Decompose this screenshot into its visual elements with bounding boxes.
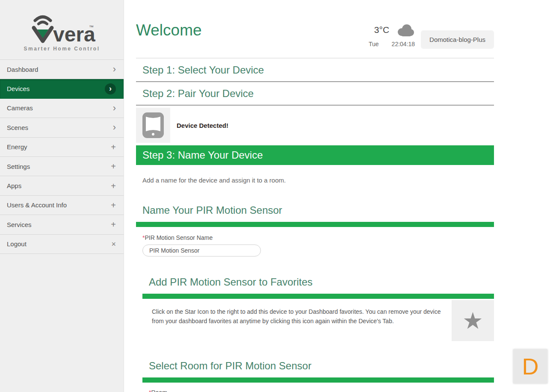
sidebar-item-energy[interactable]: Energy +	[0, 138, 124, 157]
sidebar-item-label: Settings	[7, 163, 30, 170]
step3-hint: Add a name for the device and assign it …	[142, 177, 494, 184]
chevron-right-icon: ›	[113, 65, 116, 74]
sidebar-item-logout[interactable]: Logout ×	[0, 235, 124, 254]
sidebar-item-dashboard[interactable]: Dashboard ›	[0, 60, 124, 79]
clock: 22:04:18	[392, 41, 415, 47]
sidebar-item-label: Services	[7, 221, 32, 228]
main-panel: Welcome 3°C Tue	[124, 0, 556, 392]
sidebar-item-label: Devices	[7, 85, 30, 92]
vera-logo: vera ™ Smarter Home Control	[0, 0, 124, 59]
favorites-row: Click on the Star Icon to the right to a…	[142, 300, 494, 341]
star-icon: ★	[462, 309, 483, 332]
favorites-description: Click on the Star Icon to the right to a…	[142, 300, 444, 341]
vera-logo-icon: vera ™	[28, 12, 96, 45]
sidebar-item-label: Users & Account Info	[7, 201, 67, 209]
room-label: *Room	[149, 389, 494, 392]
time-row: Tue 22:04:18	[369, 41, 415, 47]
sidebar-item-label: Dashboard	[7, 66, 38, 73]
step2-header[interactable]: Step 2: Pair Your Device	[136, 82, 494, 106]
name-device-section: Name Your PIR Motion Sensor *PIR Motion …	[136, 204, 494, 256]
device-detected-label: Device Detected!	[177, 122, 228, 129]
weather-time: 3°C Tue 22:04:18	[369, 24, 415, 47]
device-thumbnail	[136, 108, 170, 143]
extension-overlay-badge[interactable]: D	[513, 349, 547, 383]
weekday: Tue	[369, 41, 379, 47]
sidebar-item-label: Cameras	[7, 104, 33, 112]
step3-title: Step 3: Name Your Device	[142, 149, 263, 161]
device-name-input[interactable]	[142, 245, 261, 256]
section-divider-bar	[142, 377, 494, 383]
plus-icon: +	[111, 162, 116, 171]
section-divider-bar	[142, 294, 494, 299]
step1-header[interactable]: Step 1: Select Your Device	[136, 59, 494, 82]
plus-icon: +	[111, 182, 116, 190]
chevron-right-circle-icon: ›	[105, 83, 116, 94]
sidebar-item-services[interactable]: Services +	[0, 215, 124, 234]
sidebar-item-settings[interactable]: Settings +	[0, 157, 124, 176]
status-cluster: 3°C Tue 22:04:18	[369, 24, 494, 49]
plus-icon: +	[111, 201, 116, 209]
section-divider-bar	[136, 222, 494, 227]
sidebar-item-apps[interactable]: Apps +	[0, 176, 124, 195]
page-title: Welcome	[136, 22, 202, 38]
favorite-star-button[interactable]: ★	[452, 300, 494, 341]
name-section-title: Name Your PIR Motion Sensor	[142, 204, 494, 216]
temperature: 3°C	[374, 25, 389, 35]
motion-sensor-icon	[142, 112, 164, 139]
chevron-right-icon: ›	[113, 103, 116, 113]
sidebar-item-label: Energy	[7, 143, 27, 150]
logo-tagline: Smarter Home Control	[24, 46, 100, 52]
plus-icon: +	[111, 220, 116, 229]
room-section: Select Room for PIR Motion Sensor *Room	[142, 360, 494, 392]
step2-title: Step 2: Pair Your Device	[142, 88, 254, 100]
sidebar-menu: Dashboard › Devices › Cameras › Scenes ›…	[0, 59, 124, 254]
plus-icon: +	[111, 143, 116, 151]
close-icon: ×	[111, 240, 116, 248]
device-name-label: *PIR Motion Sensor Name	[142, 234, 494, 241]
controller-selector[interactable]: Domotica-blog-Plus	[421, 30, 494, 49]
sidebar-item-cameras[interactable]: Cameras ›	[0, 99, 124, 118]
sidebar-item-users-account-info[interactable]: Users & Account Info +	[0, 196, 124, 215]
sidebar-item-devices[interactable]: Devices ›	[0, 79, 124, 98]
favorites-section: Add PIR Motion Sensor to Favorites Click…	[142, 276, 494, 341]
room-section-title: Select Room for PIR Motion Sensor	[149, 360, 494, 372]
sidebar-item-label: Scenes	[7, 124, 28, 131]
top-bar: Welcome 3°C Tue	[136, 0, 494, 59]
sidebar-item-label: Apps	[7, 182, 21, 189]
step1-title: Step 1: Select Your Device	[142, 64, 264, 76]
sidebar: vera ™ Smarter Home Control Dashboard › …	[0, 0, 124, 392]
step3-header[interactable]: Step 3: Name Your Device	[136, 145, 494, 165]
device-detected-row: Device Detected!	[136, 108, 494, 143]
sidebar-item-scenes[interactable]: Scenes ›	[0, 118, 124, 137]
chevron-right-icon: ›	[113, 123, 116, 132]
sidebar-item-label: Logout	[7, 240, 27, 248]
favorites-section-title: Add PIR Motion Sensor to Favorites	[149, 276, 494, 288]
weather-row: 3°C	[374, 24, 415, 36]
svg-text:™: ™	[89, 24, 94, 29]
cloud-icon	[396, 24, 415, 36]
